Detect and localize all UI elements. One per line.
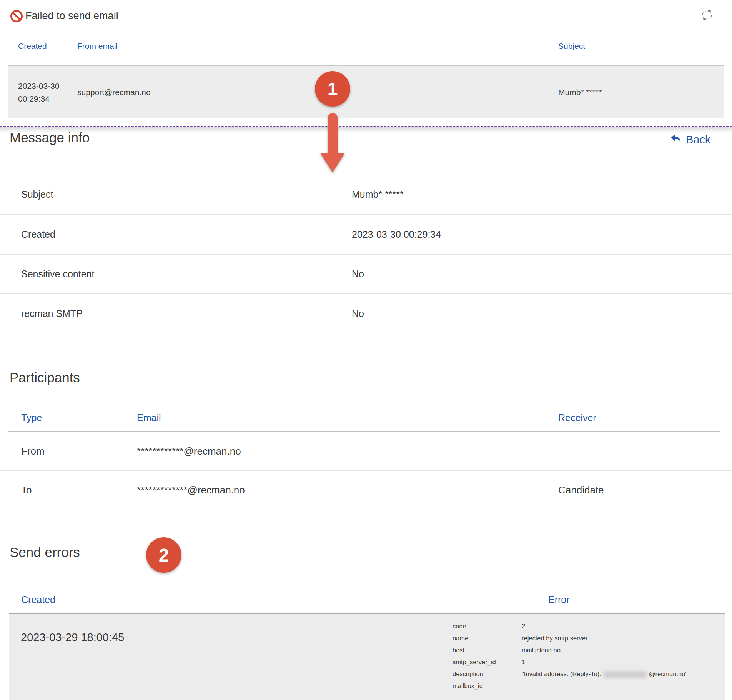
error-field-host: host mail.jcloud.no (453, 644, 687, 656)
participant-email: ************@recman.no (137, 445, 558, 457)
message-info-table: Subject Mumb* ***** Created 2023-03-30 0… (0, 175, 732, 333)
participant-row-from: From ************@recman.no - (0, 432, 732, 470)
participant-receiver: Candidate (558, 484, 732, 496)
refresh-icon[interactable] (700, 8, 714, 22)
error-description-value: "Invalid address: (Reply-To):@recman.no" (522, 668, 687, 680)
error-field-mailbox-id: mailbox_id (453, 680, 687, 692)
back-label: Back (686, 133, 710, 146)
field-value: No (352, 308, 732, 319)
message-info-row-created: Created 2023-03-30 00:29:34 (0, 214, 732, 254)
divider-shadow (0, 127, 732, 133)
email-table-sort-from-email[interactable]: From email (77, 42, 558, 51)
participants-table: From ************@recman.no - To *******… (0, 432, 732, 509)
error-field-description: description "Invalid address: (Reply-To)… (453, 668, 687, 680)
message-info-title: Message info (10, 130, 90, 145)
participants-title: Participants (10, 370, 80, 385)
participant-row-to: To *************@recman.no Candidate (0, 470, 732, 509)
error-field-smtp-server-id: smtp_server_id 1 (453, 656, 687, 668)
email-row-subject: Mumb* ***** (558, 88, 724, 97)
send-error-row: 2023-03-29 18:00:45 code 2 name rejected… (9, 614, 725, 700)
send-errors-title: Send errors (10, 545, 80, 560)
back-button[interactable]: Back (670, 132, 710, 147)
annotation-step-1-badge: 1 (315, 71, 350, 107)
email-row-created: 2023-03-30 00:29:34 (18, 80, 60, 105)
message-info-row-subject: Subject Mumb* ***** (0, 175, 732, 214)
email-table-sort-subject[interactable]: Subject (558, 42, 724, 51)
send-errors-sort-created[interactable]: Created (21, 594, 548, 605)
participants-sort-type[interactable]: Type (21, 412, 137, 423)
annotation-step-1-number: 1 (328, 78, 338, 100)
field-label: recman SMTP (21, 308, 352, 319)
participant-email: *************@recman.no (137, 484, 558, 496)
send-error-created: 2023-03-29 18:00:45 (21, 631, 124, 644)
send-errors-sort-error[interactable]: Error (548, 594, 732, 605)
field-value: No (352, 268, 732, 280)
annotation-step-2-number: 2 (159, 545, 169, 566)
back-arrow-icon (670, 132, 682, 147)
email-table-header: Created From email Subject (8, 42, 724, 51)
participants-sort-receiver[interactable]: Receiver (558, 412, 732, 423)
failed-to-send-email-page: Failed to send email Created From email … (0, 0, 732, 700)
message-info-row-sensitive-content: Sensitive content No (0, 254, 732, 293)
page-title: Failed to send email (25, 10, 118, 22)
participant-receiver: - (558, 445, 732, 457)
field-value: Mumb* ***** (352, 189, 732, 200)
email-table-row[interactable]: 2023-03-30 00:29:34 support@recman.no Mu… (8, 65, 724, 118)
error-field-name: name rejected by smtp server (453, 632, 687, 644)
email-table-sort-created[interactable]: Created (18, 42, 77, 51)
down-arrow-icon (308, 113, 357, 173)
annotation-step-2-badge: 2 (146, 537, 181, 573)
participants-sort-email[interactable]: Email (137, 412, 558, 423)
participant-type: To (21, 484, 137, 496)
send-errors-table-header: Created Error (0, 594, 732, 605)
redacted-email-blur (604, 671, 647, 678)
message-info-row-recman-smtp: recman SMTP No (0, 293, 732, 333)
field-label: Created (21, 229, 352, 240)
field-label: Sensitive content (21, 268, 352, 280)
send-error-details: code 2 name rejected by smtp server host… (453, 620, 687, 692)
participants-table-header: Type Email Receiver (0, 412, 732, 423)
participant-type: From (21, 445, 137, 457)
field-label: Subject (21, 189, 352, 200)
blocked-icon (10, 9, 23, 23)
field-value: 2023-03-30 00:29:34 (352, 229, 732, 240)
error-field-code: code 2 (453, 620, 687, 632)
